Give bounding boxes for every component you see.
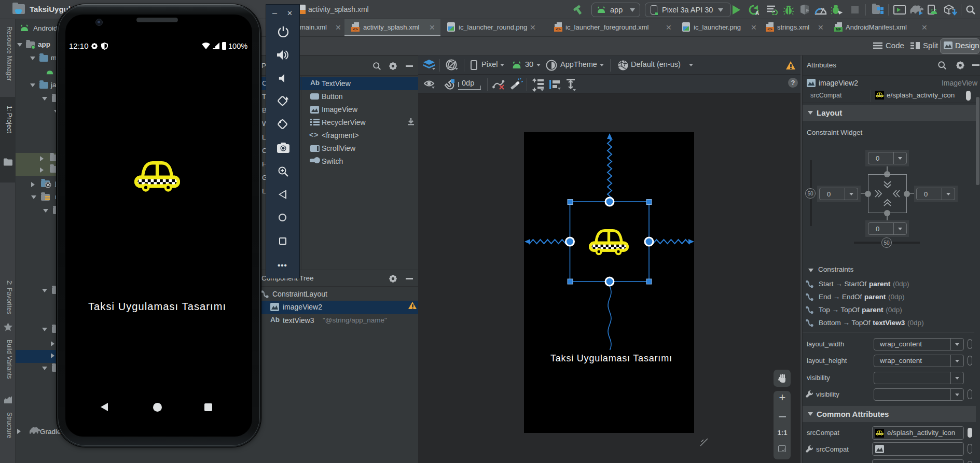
svg-text:A: A xyxy=(755,10,759,16)
